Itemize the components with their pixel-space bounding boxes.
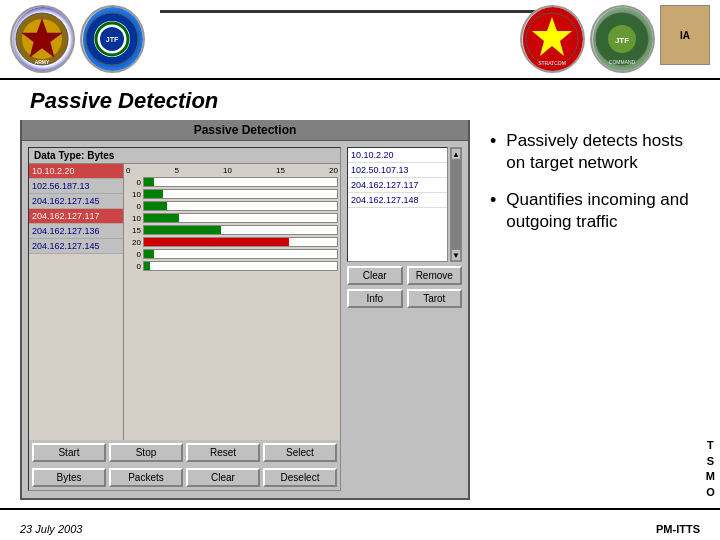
bar-row: 0 <box>126 261 338 271</box>
bullet-text-1: Passively detects hosts on target networ… <box>506 130 700 174</box>
bytes-button[interactable]: Bytes <box>32 468 106 487</box>
chart-header: Data Type: Bytes <box>29 148 340 164</box>
scroll-down-arrow[interactable]: ▼ <box>451 249 461 261</box>
remove-button[interactable]: Remove <box>407 266 463 285</box>
clear-button[interactable]: Clear <box>186 468 260 487</box>
page-title: Passive Detection <box>30 88 218 114</box>
bar-row: 10 <box>126 189 338 199</box>
ip-list-scrollbar[interactable]: ▲ ▼ <box>450 147 462 262</box>
bar-row: 10 <box>126 213 338 223</box>
chart-body: 10.10.2.20 102.56.187.13 204.162.127.145… <box>29 164 340 440</box>
scroll-thumb[interactable] <box>451 160 461 249</box>
side-label-s: S <box>707 454 714 469</box>
reset-button[interactable]: Reset <box>186 443 260 462</box>
bar-row: 0 <box>126 177 338 187</box>
bar-row: 0 <box>126 249 338 259</box>
side-label-m: M <box>706 469 715 484</box>
panel-right: 10.10.2.20 102.50.107.13 204.162.127.117… <box>347 147 462 491</box>
side-labels: T S M O <box>706 438 715 500</box>
bottom-border <box>0 508 720 510</box>
chart-bottom-buttons-2: Bytes Packets Clear Deselect <box>29 465 340 490</box>
green-logo: JTF COMMAND <box>590 5 655 73</box>
svg-text:ARMY: ARMY <box>35 59 50 65</box>
list-item[interactable]: 102.56.187.13 <box>29 179 123 194</box>
bullet-item-2: • Quantifies incoming and outgoing traff… <box>490 189 700 233</box>
list-item[interactable]: 102.50.107.13 <box>348 163 447 178</box>
start-button[interactable]: Start <box>32 443 106 462</box>
top-border <box>0 78 720 80</box>
svg-text:STRATCOM: STRATCOM <box>538 60 566 66</box>
list-item[interactable]: 10.10.2.20 <box>29 164 123 179</box>
svg-text:JTF: JTF <box>106 36 119 43</box>
packets-button[interactable]: Packets <box>109 468 183 487</box>
list-item[interactable]: 204.162.127.117 <box>348 178 447 193</box>
list-item[interactable]: 10.10.2.20 <box>348 148 447 163</box>
army-logo-2: JTF <box>80 5 145 73</box>
tarot-button[interactable]: Tarot <box>407 289 463 308</box>
info-tarot-row: Info Tarot <box>347 289 462 308</box>
bars-area: 0 5 10 15 20 0 10 <box>124 164 340 440</box>
list-item[interactable]: 204.162.127.136 <box>29 224 123 239</box>
list-item[interactable]: 204.162.127.145 <box>29 194 123 209</box>
bullet-item-1: • Passively detects hosts on target netw… <box>490 130 700 174</box>
ip-list[interactable]: 10.10.2.20 102.56.187.13 204.162.127.145… <box>29 164 124 440</box>
clear-remove-row: Clear Remove <box>347 266 462 285</box>
chart-area: Data Type: Bytes 10.10.2.20 102.56.187.1… <box>28 147 341 491</box>
list-item[interactable]: 204.162.127.117 <box>29 209 123 224</box>
star-logo: STRATCOM <box>520 5 585 73</box>
clear-button-right[interactable]: Clear <box>347 266 403 285</box>
detection-panel: Passive Detection Data Type: Bytes 10.10… <box>20 120 470 500</box>
info-button[interactable]: Info <box>347 289 403 308</box>
panel-titlebar: Passive Detection <box>22 120 468 141</box>
bar-row: 15 <box>126 225 338 235</box>
ip-select-list[interactable]: 10.10.2.20 102.50.107.13 204.162.127.117… <box>347 147 448 262</box>
footer: 23 July 2003 PM-ITTS <box>20 523 700 535</box>
bullet-dot-1: • <box>490 132 496 150</box>
main-content: Passive Detection Data Type: Bytes 10.10… <box>20 120 700 500</box>
list-item[interactable]: 204.162.127.145 <box>29 239 123 254</box>
side-label-o: O <box>706 485 715 500</box>
panel-body: Data Type: Bytes 10.10.2.20 102.56.187.1… <box>22 141 468 497</box>
ip-select-row: 10.10.2.20 102.50.107.13 204.162.127.117… <box>347 147 462 262</box>
right-logos-area: STRATCOM JTF COMMAND IA <box>520 5 710 73</box>
svg-text:JTF: JTF <box>615 36 629 45</box>
select-button[interactable]: Select <box>263 443 337 462</box>
footer-org: PM-ITTS <box>656 523 700 535</box>
left-logos-area: ARMY JTF <box>10 5 145 73</box>
side-label-t: T <box>707 438 714 453</box>
bullet-text-2: Quantifies incoming and outgoing traffic <box>506 189 700 233</box>
bar-row: 20 <box>126 237 338 247</box>
info-panel: • Passively detects hosts on target netw… <box>490 120 700 500</box>
deselect-button[interactable]: Deselect <box>263 468 337 487</box>
list-item[interactable]: 204.162.127.148 <box>348 193 447 208</box>
chart-bottom-buttons: Start Stop Reset Select <box>29 440 340 465</box>
top-center-line <box>160 10 560 13</box>
bullet-dot-2: • <box>490 191 496 209</box>
scroll-up-arrow[interactable]: ▲ <box>451 148 461 160</box>
svg-text:COMMAND: COMMAND <box>609 59 636 65</box>
army-logo-1: ARMY <box>10 5 75 73</box>
footer-date: 23 July 2003 <box>20 523 82 535</box>
ia-badge: IA <box>660 5 710 65</box>
bar-row: 0 <box>126 201 338 211</box>
stop-button[interactable]: Stop <box>109 443 183 462</box>
